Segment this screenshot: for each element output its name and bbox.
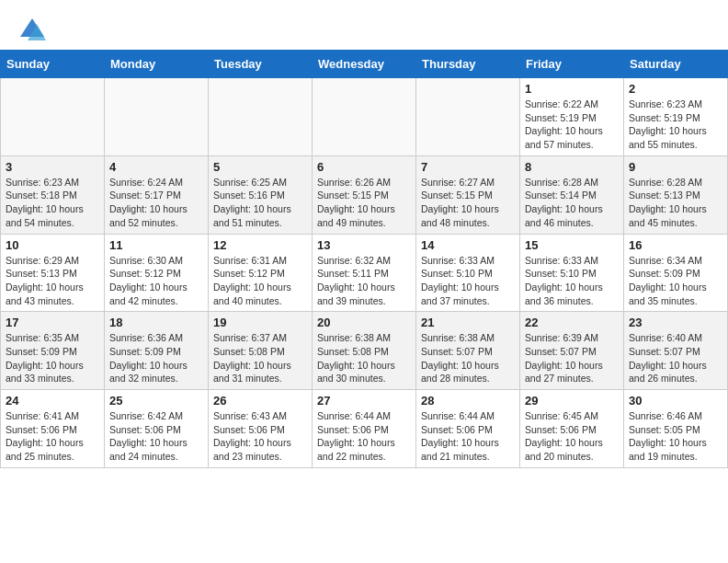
day-info: Sunrise: 6:22 AM Sunset: 5:19 PM Dayligh…: [525, 98, 619, 152]
day-info: Sunrise: 6:37 AM Sunset: 5:08 PM Dayligh…: [213, 331, 307, 385]
day-number: 21: [421, 316, 515, 329]
calendar-cell: 18Sunrise: 6:36 AM Sunset: 5:09 PM Dayli…: [105, 312, 209, 390]
day-number: 23: [629, 316, 722, 329]
day-number: 11: [109, 238, 203, 252]
calendar-header-monday: Monday: [105, 51, 209, 78]
day-number: 5: [213, 160, 307, 174]
calendar-cell: 4Sunrise: 6:24 AM Sunset: 5:17 PM Daylig…: [105, 155, 209, 234]
day-info: Sunrise: 6:27 AM Sunset: 5:15 PM Dayligh…: [421, 176, 515, 230]
day-info: Sunrise: 6:33 AM Sunset: 5:10 PM Dayligh…: [525, 254, 619, 308]
calendar-week-row: 3Sunrise: 6:23 AM Sunset: 5:18 PM Daylig…: [1, 155, 728, 234]
logo: [18, 17, 50, 42]
calendar-cell: [105, 78, 209, 156]
calendar-table: SundayMondayTuesdayWednesdayThursdayFrid…: [0, 50, 728, 468]
calendar-cell: 12Sunrise: 6:31 AM Sunset: 5:12 PM Dayli…: [209, 234, 313, 312]
calendar-header-thursday: Thursday: [416, 51, 520, 78]
calendar-cell: 5Sunrise: 6:25 AM Sunset: 5:16 PM Daylig…: [209, 155, 313, 234]
calendar-header-sunday: Sunday: [1, 51, 105, 78]
day-number: 9: [629, 160, 722, 174]
calendar-cell: [313, 78, 416, 156]
day-info: Sunrise: 6:42 AM Sunset: 5:06 PM Dayligh…: [109, 409, 203, 464]
day-number: 30: [629, 394, 722, 408]
calendar-cell: 14Sunrise: 6:33 AM Sunset: 5:10 PM Dayli…: [416, 234, 520, 312]
calendar-header-tuesday: Tuesday: [209, 51, 313, 78]
calendar-cell: 16Sunrise: 6:34 AM Sunset: 5:09 PM Dayli…: [624, 234, 728, 312]
calendar-cell: 27Sunrise: 6:44 AM Sunset: 5:06 PM Dayli…: [313, 390, 416, 468]
day-number: 25: [109, 394, 203, 408]
logo-icon: [18, 17, 46, 42]
calendar-week-row: 17Sunrise: 6:35 AM Sunset: 5:09 PM Dayli…: [1, 312, 728, 390]
calendar-header-wednesday: Wednesday: [313, 51, 416, 78]
day-number: 1: [525, 82, 619, 96]
calendar-cell: 15Sunrise: 6:33 AM Sunset: 5:10 PM Dayli…: [520, 234, 624, 312]
calendar-header-saturday: Saturday: [624, 51, 728, 78]
calendar-week-row: 10Sunrise: 6:29 AM Sunset: 5:13 PM Dayli…: [1, 234, 728, 312]
header: [0, 0, 728, 50]
day-info: Sunrise: 6:28 AM Sunset: 5:13 PM Dayligh…: [629, 176, 722, 230]
day-info: Sunrise: 6:38 AM Sunset: 5:07 PM Dayligh…: [421, 331, 515, 385]
day-info: Sunrise: 6:41 AM Sunset: 5:06 PM Dayligh…: [6, 409, 99, 464]
day-info: Sunrise: 6:30 AM Sunset: 5:12 PM Dayligh…: [109, 254, 203, 308]
day-number: 15: [525, 238, 619, 252]
calendar-cell: 24Sunrise: 6:41 AM Sunset: 5:06 PM Dayli…: [1, 390, 105, 468]
calendar-cell: [416, 78, 520, 156]
day-info: Sunrise: 6:44 AM Sunset: 5:06 PM Dayligh…: [421, 409, 515, 464]
day-info: Sunrise: 6:45 AM Sunset: 5:06 PM Dayligh…: [525, 409, 619, 464]
day-number: 4: [109, 160, 203, 174]
day-info: Sunrise: 6:31 AM Sunset: 5:12 PM Dayligh…: [213, 254, 307, 308]
calendar-cell: 13Sunrise: 6:32 AM Sunset: 5:11 PM Dayli…: [313, 234, 416, 312]
day-number: 6: [317, 160, 411, 174]
day-info: Sunrise: 6:43 AM Sunset: 5:06 PM Dayligh…: [213, 409, 307, 464]
day-number: 26: [213, 394, 307, 408]
day-number: 27: [317, 394, 411, 408]
calendar-cell: [1, 78, 105, 156]
calendar-cell: 29Sunrise: 6:45 AM Sunset: 5:06 PM Dayli…: [520, 390, 624, 468]
calendar-cell: 6Sunrise: 6:26 AM Sunset: 5:15 PM Daylig…: [313, 155, 416, 234]
calendar-cell: [209, 78, 313, 156]
day-info: Sunrise: 6:33 AM Sunset: 5:10 PM Dayligh…: [421, 254, 515, 308]
calendar-header-row: SundayMondayTuesdayWednesdayThursdayFrid…: [1, 51, 728, 78]
day-info: Sunrise: 6:24 AM Sunset: 5:17 PM Dayligh…: [109, 176, 203, 230]
calendar-cell: 11Sunrise: 6:30 AM Sunset: 5:12 PM Dayli…: [105, 234, 209, 312]
day-info: Sunrise: 6:23 AM Sunset: 5:19 PM Dayligh…: [629, 98, 722, 152]
day-info: Sunrise: 6:46 AM Sunset: 5:05 PM Dayligh…: [629, 409, 722, 464]
day-info: Sunrise: 6:40 AM Sunset: 5:07 PM Dayligh…: [629, 331, 722, 385]
calendar-week-row: 1Sunrise: 6:22 AM Sunset: 5:19 PM Daylig…: [1, 78, 728, 156]
calendar-cell: 9Sunrise: 6:28 AM Sunset: 5:13 PM Daylig…: [624, 155, 728, 234]
day-number: 10: [6, 238, 99, 252]
calendar-header-friday: Friday: [520, 51, 624, 78]
day-info: Sunrise: 6:36 AM Sunset: 5:09 PM Dayligh…: [109, 331, 203, 385]
day-number: 2: [629, 82, 722, 96]
calendar-week-row: 24Sunrise: 6:41 AM Sunset: 5:06 PM Dayli…: [1, 390, 728, 468]
calendar-cell: 8Sunrise: 6:28 AM Sunset: 5:14 PM Daylig…: [520, 155, 624, 234]
day-info: Sunrise: 6:38 AM Sunset: 5:08 PM Dayligh…: [317, 331, 411, 385]
calendar-cell: 17Sunrise: 6:35 AM Sunset: 5:09 PM Dayli…: [1, 312, 105, 390]
calendar-cell: 26Sunrise: 6:43 AM Sunset: 5:06 PM Dayli…: [209, 390, 313, 468]
page: SundayMondayTuesdayWednesdayThursdayFrid…: [0, 0, 728, 468]
day-info: Sunrise: 6:44 AM Sunset: 5:06 PM Dayligh…: [317, 409, 411, 464]
calendar-cell: 19Sunrise: 6:37 AM Sunset: 5:08 PM Dayli…: [209, 312, 313, 390]
calendar-cell: 28Sunrise: 6:44 AM Sunset: 5:06 PM Dayli…: [416, 390, 520, 468]
calendar-cell: 23Sunrise: 6:40 AM Sunset: 5:07 PM Dayli…: [624, 312, 728, 390]
day-info: Sunrise: 6:29 AM Sunset: 5:13 PM Dayligh…: [6, 254, 99, 308]
day-info: Sunrise: 6:26 AM Sunset: 5:15 PM Dayligh…: [317, 176, 411, 230]
calendar-cell: 21Sunrise: 6:38 AM Sunset: 5:07 PM Dayli…: [416, 312, 520, 390]
day-number: 14: [421, 238, 515, 252]
calendar-cell: 1Sunrise: 6:22 AM Sunset: 5:19 PM Daylig…: [520, 78, 624, 156]
day-number: 16: [629, 238, 722, 252]
calendar-cell: 10Sunrise: 6:29 AM Sunset: 5:13 PM Dayli…: [1, 234, 105, 312]
calendar-cell: 25Sunrise: 6:42 AM Sunset: 5:06 PM Dayli…: [105, 390, 209, 468]
day-number: 7: [421, 160, 515, 174]
day-info: Sunrise: 6:28 AM Sunset: 5:14 PM Dayligh…: [525, 176, 619, 230]
day-info: Sunrise: 6:23 AM Sunset: 5:18 PM Dayligh…: [6, 176, 99, 230]
calendar-cell: 2Sunrise: 6:23 AM Sunset: 5:19 PM Daylig…: [624, 78, 728, 156]
day-number: 29: [525, 394, 619, 408]
day-number: 24: [6, 394, 99, 408]
day-number: 8: [525, 160, 619, 174]
day-number: 22: [525, 316, 619, 329]
calendar-cell: 22Sunrise: 6:39 AM Sunset: 5:07 PM Dayli…: [520, 312, 624, 390]
day-number: 20: [317, 316, 411, 329]
calendar-cell: 7Sunrise: 6:27 AM Sunset: 5:15 PM Daylig…: [416, 155, 520, 234]
calendar-cell: 30Sunrise: 6:46 AM Sunset: 5:05 PM Dayli…: [624, 390, 728, 468]
day-info: Sunrise: 6:39 AM Sunset: 5:07 PM Dayligh…: [525, 331, 619, 385]
